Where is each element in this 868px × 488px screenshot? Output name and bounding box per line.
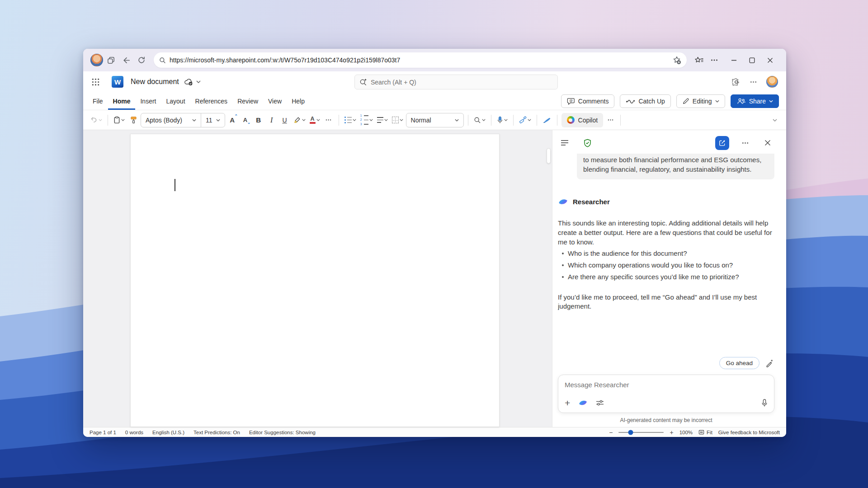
paste-button[interactable]	[112, 113, 126, 127]
url-text[interactable]: https://microsoft-my.sharepoint.com/:w:/…	[170, 56, 672, 64]
editor-suggestions-status[interactable]: Editor Suggestions: Showing	[249, 430, 316, 435]
options-sliders-icon[interactable]	[596, 399, 604, 406]
editing-mode-button[interactable]: Editing	[676, 94, 725, 108]
agent-name: Researcher	[573, 197, 610, 207]
tab-view[interactable]: View	[263, 92, 287, 110]
comments-button[interactable]: @ Comments	[561, 94, 615, 108]
bullet-list-button[interactable]	[343, 113, 358, 127]
pane-more-icon[interactable]	[738, 136, 752, 150]
grow-font-button[interactable]: A⌃	[226, 113, 238, 127]
workspaces-icon[interactable]	[103, 52, 118, 68]
font-name-dropdown[interactable]: Aptos (Body)	[141, 113, 201, 127]
go-ahead-chip[interactable]: Go ahead	[719, 357, 760, 369]
conversation-scroll[interactable]: to measure both financial performance an…	[558, 154, 774, 355]
shrink-font-button[interactable]: A⌄	[240, 113, 251, 127]
borders-button[interactable]	[391, 113, 405, 127]
suggestion-row: Go ahead	[558, 357, 774, 369]
word-count[interactable]: 0 words	[125, 430, 143, 435]
desktop: https://microsoft-my.sharepoint.com/:w:/…	[0, 0, 868, 488]
tab-home[interactable]: Home	[108, 92, 136, 110]
header-more-icon[interactable]	[750, 78, 757, 86]
back-icon[interactable]	[118, 52, 134, 68]
pane-close-icon[interactable]	[761, 136, 774, 150]
document-page[interactable]	[130, 134, 500, 427]
text-predictions-status[interactable]: Text Predictions: On	[193, 430, 240, 435]
save-status[interactable]	[184, 78, 201, 86]
tab-insert[interactable]: Insert	[135, 92, 161, 110]
copilot-button[interactable]: Copilot	[561, 113, 604, 127]
address-bar[interactable]: https://microsoft-my.sharepoint.com/:w:/…	[154, 52, 687, 68]
prompt-sparkle-icon[interactable]	[765, 358, 774, 368]
minimize-button[interactable]	[725, 52, 743, 68]
browser-menu-icon[interactable]	[707, 52, 722, 68]
font-color-button[interactable]: A	[308, 113, 321, 127]
language-status[interactable]: English (U.S.)	[152, 430, 184, 435]
numbered-list-button[interactable]: 123	[359, 113, 374, 127]
ink-editor-button[interactable]	[518, 113, 533, 127]
font-overflow-icon[interactable]	[323, 113, 335, 127]
catch-up-button[interactable]: Catch Up	[620, 94, 670, 108]
settings-gear-icon[interactable]	[732, 78, 741, 86]
highlight-button[interactable]	[292, 113, 307, 127]
tab-help[interactable]: Help	[287, 92, 310, 110]
toolbar-overflow-icon[interactable]	[604, 113, 616, 127]
undo-button[interactable]	[89, 113, 104, 127]
share-people-icon	[736, 98, 746, 104]
document-title[interactable]: New document	[131, 78, 179, 86]
font-size-dropdown[interactable]: 11	[201, 113, 225, 127]
undo-chevron-icon	[99, 119, 102, 121]
tab-review[interactable]: Review	[232, 92, 263, 110]
bold-button[interactable]: B	[253, 113, 264, 127]
word-logo[interactable]: W	[112, 76, 123, 88]
refresh-icon[interactable]	[134, 52, 149, 68]
tab-references[interactable]: References	[190, 92, 233, 110]
bookmark-star-icon[interactable]	[672, 56, 681, 65]
page-count[interactable]: Page 1 of 1	[90, 430, 116, 435]
font-name-chevron-icon	[192, 119, 196, 122]
chat-composer[interactable]: +	[558, 375, 774, 413]
status-bar: Page 1 of 1 0 words English (U.S.) Text …	[83, 427, 786, 437]
researcher-logo-icon	[558, 197, 568, 207]
feedback-link[interactable]: Give feedback to Microsoft	[718, 430, 780, 435]
pane-menu-icon[interactable]	[558, 136, 571, 150]
svg-text:@: @	[569, 99, 573, 103]
find-button[interactable]	[472, 113, 487, 127]
zoom-slider[interactable]	[618, 432, 664, 433]
chat-input[interactable]	[565, 381, 768, 389]
styles-dropdown[interactable]: Normal	[406, 113, 464, 127]
voice-mic-icon[interactable]	[761, 399, 768, 407]
close-button[interactable]	[761, 52, 779, 68]
zoom-slider-thumb[interactable]	[628, 430, 633, 435]
share-button[interactable]: Share	[731, 94, 779, 108]
maximize-button[interactable]	[743, 52, 761, 68]
new-chat-button[interactable]	[715, 136, 729, 150]
italic-button[interactable]: I	[266, 113, 278, 127]
dictate-button[interactable]	[495, 113, 509, 127]
document-scrollbar[interactable]	[547, 148, 551, 164]
pane-header	[558, 135, 774, 151]
fit-button[interactable]: Fit	[698, 429, 712, 435]
ribbon-collapse-chevron-icon[interactable]	[769, 113, 781, 127]
researcher-agent-icon[interactable]	[578, 398, 588, 408]
account-avatar[interactable]	[766, 76, 778, 88]
search-box[interactable]	[354, 75, 558, 89]
protected-shield-icon[interactable]	[580, 136, 594, 150]
tab-layout[interactable]: Layout	[161, 92, 190, 110]
zoom-out-button[interactable]: −	[609, 429, 613, 436]
format-painter-button[interactable]	[127, 113, 139, 127]
user-message-bubble: to measure both financial performance an…	[577, 154, 774, 179]
zoom-level[interactable]: 100%	[679, 430, 693, 435]
favorites-icon[interactable]	[691, 52, 707, 68]
search-input[interactable]	[371, 79, 553, 86]
underline-button[interactable]: U	[279, 113, 291, 127]
ribbon-tab-bar: File Home Insert Layout References Revie…	[83, 92, 786, 110]
browser-window: https://microsoft-my.sharepoint.com/:w:/…	[83, 49, 786, 437]
attach-plus-icon[interactable]: +	[565, 398, 570, 408]
alignment-button[interactable]	[376, 113, 389, 127]
browser-profile-avatar[interactable]	[90, 54, 103, 66]
tab-file[interactable]: File	[88, 92, 108, 110]
zoom-in-button[interactable]: +	[670, 429, 673, 436]
app-launcher-icon[interactable]	[91, 78, 100, 86]
highlight-chevron-icon	[302, 119, 306, 121]
editor-pen-icon[interactable]	[541, 113, 553, 127]
